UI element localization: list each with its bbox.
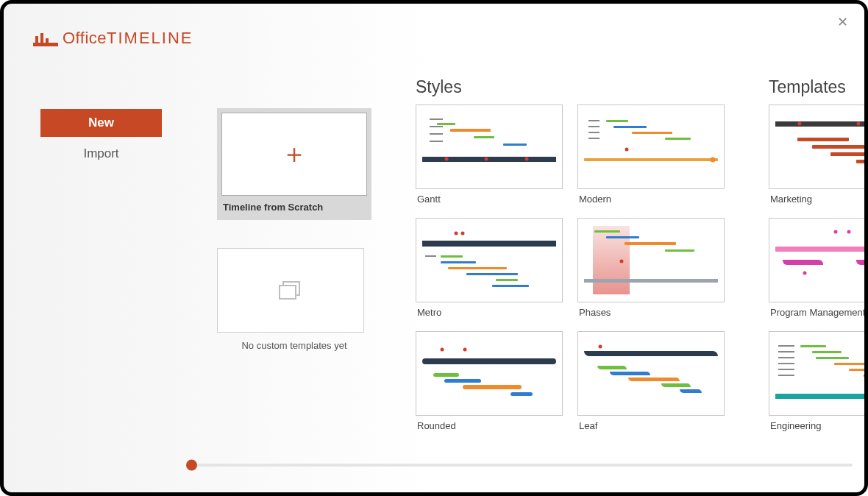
- tile-thumb: [769, 331, 864, 416]
- tile-thumb: [769, 104, 864, 189]
- tile-label: Gantt: [416, 189, 563, 205]
- svg-rect-0: [33, 43, 58, 46]
- templates-section: Templates M: [769, 77, 864, 431]
- app-window: ✕ OfficeTIMELINE New Import ＋ Ti: [0, 0, 868, 496]
- svg-rect-2: [40, 33, 43, 43]
- tile-label: Engineering: [769, 416, 864, 431]
- svg-rect-1: [35, 36, 38, 43]
- tile-label: Rounded: [416, 416, 563, 431]
- sidebar-item-new[interactable]: New: [40, 109, 162, 137]
- sidebar-item-import[interactable]: Import: [40, 140, 162, 168]
- section-title-templates: Templates: [769, 77, 864, 97]
- app-logo: OfficeTIMELINE: [33, 29, 193, 48]
- tile-label: Marketing: [769, 189, 864, 205]
- style-tile-phases[interactable]: Phases: [577, 218, 725, 318]
- office-timeline-logo-icon: [33, 29, 58, 47]
- plus-icon: ＋: [281, 136, 307, 172]
- close-button[interactable]: ✕: [837, 15, 848, 29]
- section-title-styles: Styles: [416, 77, 739, 97]
- sidebar-item-label: Import: [83, 146, 118, 161]
- close-icon: ✕: [837, 15, 848, 29]
- tile-label: No custom templates yet: [217, 333, 371, 351]
- style-tile-gantt[interactable]: Gantt: [416, 104, 563, 205]
- tile-thumb: [416, 104, 563, 189]
- sidebar: New Import: [40, 109, 162, 171]
- tile-thumb: [217, 248, 364, 333]
- style-tile-metro[interactable]: Metro: [416, 218, 563, 318]
- styles-section: Styles: [416, 77, 739, 431]
- tile-thumb: [577, 104, 725, 189]
- tile-custom-templates-empty[interactable]: No custom templates yet: [217, 248, 371, 351]
- horizontal-scrollbar[interactable]: [180, 460, 853, 470]
- tile-label: Leaf: [577, 416, 725, 431]
- tile-thumb: ＋: [221, 113, 367, 196]
- tile-thumb: [769, 218, 864, 302]
- tile-thumb: [416, 218, 563, 302]
- tile-timeline-from-scratch[interactable]: ＋ Timeline from Scratch: [217, 108, 371, 220]
- template-tile-engineering[interactable]: Engineering: [769, 331, 864, 431]
- style-tile-rounded[interactable]: Rounded: [416, 331, 563, 431]
- scrollbar-thumb[interactable]: [186, 460, 197, 471]
- template-tile-marketing[interactable]: Marketing: [769, 104, 864, 205]
- sidebar-item-label: New: [88, 116, 114, 130]
- styles-grid: Gantt: [416, 104, 739, 431]
- tile-label: Timeline from Scratch: [221, 196, 367, 216]
- tile-label: Modern: [577, 189, 725, 205]
- svg-rect-3: [46, 38, 49, 43]
- scrollbar-track: [195, 464, 853, 467]
- tile-thumb: [577, 218, 725, 302]
- style-tile-leaf[interactable]: Leaf: [577, 331, 725, 431]
- tile-thumb: [416, 331, 563, 416]
- tile-label: Phases: [577, 302, 725, 318]
- template-tile-program-management[interactable]: Program Management: [769, 218, 864, 318]
- tile-label: Program Management: [769, 302, 864, 318]
- templates-grid: Marketing: [769, 104, 864, 431]
- tile-thumb: [577, 331, 725, 416]
- content-area: ＋ Timeline from Scratch No custom templa…: [217, 77, 864, 448]
- style-tile-modern[interactable]: Modern: [577, 104, 725, 205]
- tile-label: Metro: [416, 302, 563, 318]
- templates-stack-icon: [277, 280, 304, 302]
- svg-rect-5: [280, 286, 296, 299]
- logo-text: OfficeTIMELINE: [63, 29, 193, 48]
